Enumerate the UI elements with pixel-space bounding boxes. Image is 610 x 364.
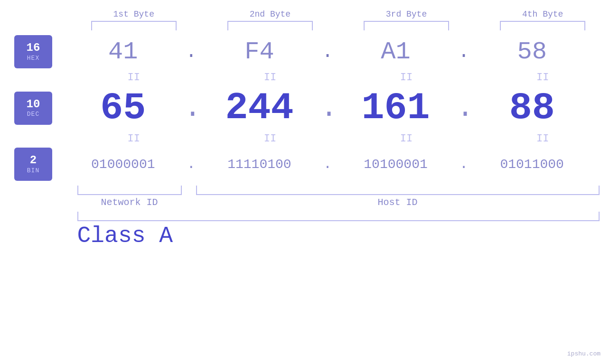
byte-label-4: 4th Byte (522, 9, 563, 19)
eq-1-3: II (354, 72, 459, 84)
equals-row-2: II II II II (11, 131, 600, 146)
dec-badge: 10 DEC (14, 92, 52, 125)
byte-labels-row: 1st Byte 2nd Byte 3rd Byte 4th Byte (0, 9, 610, 30)
bin-dot-2: . (320, 156, 335, 172)
eq-1-2: II (218, 72, 322, 84)
byte-label-2: 2nd Byte (250, 9, 291, 19)
equals-values-1: II II II II (77, 72, 600, 84)
hex-row: 16 HEX 41 . F4 . A1 . 58 (0, 35, 610, 68)
bin-byte-3: 10100001 (344, 157, 448, 172)
byte-col-1: 1st Byte (82, 9, 186, 30)
id-labels-row: Network ID Host ID (11, 197, 600, 208)
dec-byte-3: 161 (344, 86, 448, 130)
bin-byte-2: 11110100 (207, 157, 311, 172)
network-id-label: Network ID (101, 197, 158, 208)
byte-col-4: 4th Byte (490, 9, 595, 30)
byte-columns: 1st Byte 2nd Byte 3rd Byte 4th Byte (77, 9, 600, 30)
top-bracket-2 (227, 21, 313, 30)
bin-badge-label: BIN (27, 167, 39, 174)
hex-badge: 16 HEX (14, 35, 52, 68)
hex-dot-3: . (457, 41, 471, 63)
host-id-label: Host ID (377, 197, 417, 208)
hex-byte-2: F4 (207, 38, 311, 66)
bin-byte-1: 01000001 (71, 157, 175, 172)
hex-values-row: 41 . F4 . A1 . 58 (66, 38, 589, 66)
dec-badge-number: 10 (27, 98, 40, 111)
host-bracket (196, 186, 600, 195)
dec-byte-2: 244 (207, 86, 311, 130)
bin-dot-1: . (184, 156, 198, 172)
dec-byte-4: 88 (480, 86, 584, 130)
dec-dot-2: . (320, 94, 335, 122)
eq-1-4: II (490, 72, 595, 84)
class-label: Class A (77, 223, 173, 249)
byte-label-1: 1st Byte (113, 9, 154, 19)
network-label-col: Network ID (77, 197, 182, 208)
hex-badge-label: HEX (27, 55, 39, 62)
dec-byte-1: 65 (71, 86, 175, 130)
eq-2-1: II (82, 133, 186, 145)
bin-values-row: 01000001 . 11110100 . 10100001 . 0101100… (66, 156, 589, 172)
dec-row: 10 DEC 65 . 244 . 161 . 88 (0, 86, 610, 130)
network-bracket (77, 186, 182, 195)
dec-dot-1: . (184, 94, 198, 122)
top-bracket-3 (364, 21, 449, 30)
dec-dot-3: . (457, 94, 471, 122)
hex-byte-4: 58 (480, 38, 584, 66)
bin-row: 2 BIN 01000001 . 11110100 . 10100001 . 0… (0, 148, 610, 181)
hex-dot-1: . (184, 41, 198, 63)
byte-col-3: 3rd Byte (354, 9, 459, 30)
hex-byte-3: A1 (344, 38, 448, 66)
hex-byte-1: 41 (71, 38, 175, 66)
class-area: Class A (77, 212, 600, 249)
top-bracket-4 (500, 21, 585, 30)
byte-col-2: 2nd Byte (218, 9, 322, 30)
hex-badge-number: 16 (27, 42, 40, 54)
equals-row-1: II II II II (11, 70, 600, 84)
bin-byte-4: 01011000 (480, 157, 584, 172)
bin-badge: 2 BIN (14, 148, 52, 181)
watermark: ipshu.com (567, 350, 601, 357)
eq-2-2: II (218, 133, 322, 145)
eq-2-3: II (354, 133, 459, 145)
equals-values-2: II II II II (77, 133, 600, 145)
host-label-col: Host ID (196, 197, 600, 208)
eq-2-4: II (490, 133, 595, 145)
dec-badge-label: DEC (27, 111, 39, 118)
hex-dot-2: . (320, 41, 335, 63)
bin-dot-3: . (457, 156, 471, 172)
bottom-brackets-area (11, 186, 600, 195)
brackets-row (77, 186, 600, 195)
top-bracket-1 (91, 21, 177, 30)
eq-1-1: II (82, 72, 186, 84)
byte-label-3: 3rd Byte (386, 9, 427, 19)
bin-badge-number: 2 (30, 154, 37, 167)
dec-values-row: 65 . 244 . 161 . 88 (66, 86, 589, 130)
class-bracket-line (77, 212, 600, 221)
main-container: 1st Byte 2nd Byte 3rd Byte 4th Byte 16 (0, 0, 610, 364)
